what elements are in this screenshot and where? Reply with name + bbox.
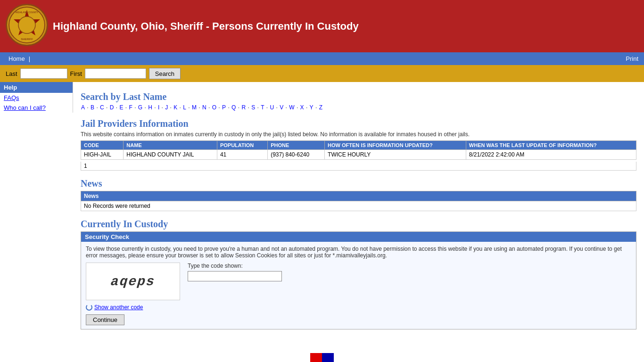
alpha-U[interactable]: U: [270, 104, 274, 111]
alpha-M[interactable]: M: [192, 104, 197, 111]
continue-button[interactable]: Continue: [86, 314, 124, 325]
first-name-input[interactable]: [85, 68, 146, 79]
footer-logo-container: MONTGOMERY COUNTY: [9, 353, 635, 362]
security-check-box: Security Check To view those currently i…: [81, 231, 636, 329]
logo-quad-1: [310, 353, 322, 362]
page-header: SHERIFF HIGHLAND COUNTY Highland County,…: [0, 0, 644, 52]
news-heading: News: [81, 178, 636, 189]
jail-name: HIGHLAND COUNTY JAIL: [124, 150, 217, 160]
alphabet-nav: A · B · C · D · E · F · G · H · I · J · …: [81, 104, 636, 111]
alpha-J[interactable]: J: [165, 104, 168, 111]
nav-bar: Home | Print: [0, 52, 644, 65]
alpha-S[interactable]: S: [251, 104, 255, 111]
alpha-X[interactable]: X: [300, 104, 304, 111]
alpha-G[interactable]: G: [138, 104, 142, 111]
jail-population: 41: [217, 150, 267, 160]
svg-text:SHERIFF: SHERIFF: [21, 38, 33, 41]
jail-last-update: 8/21/2022 2:42:00 AM: [466, 150, 636, 160]
alpha-W[interactable]: W: [289, 104, 294, 111]
page-footer: MONTGOMERY COUNTY ©2001- 2022 Board of C…: [0, 344, 644, 362]
svg-point-2: [18, 16, 35, 33]
security-check-body: To view those currently in custody, you …: [81, 242, 636, 329]
jail-providers-table: CODE NAME POPULATION PHONE HOW OFTEN IS …: [81, 140, 636, 160]
nav-links: Home |: [6, 54, 31, 63]
jail-providers-description: This website contains information on inm…: [81, 131, 636, 138]
alpha-K[interactable]: K: [173, 104, 177, 111]
alpha-N[interactable]: N: [202, 104, 206, 111]
alpha-B[interactable]: B: [91, 104, 94, 111]
alpha-O[interactable]: O: [212, 104, 216, 111]
jail-code: HIGH-JAIL: [81, 150, 124, 160]
sidebar-item-who-can-i-call[interactable]: Who can I call?: [0, 103, 73, 113]
alpha-I[interactable]: I: [158, 104, 159, 111]
search-by-last-name-heading: Search by Last Name: [81, 91, 636, 102]
col-code: CODE: [81, 141, 124, 150]
alpha-H[interactable]: H: [148, 104, 152, 111]
page-title: Highland County, Ohio, Sheriff - Persons…: [53, 20, 359, 33]
sidebar-item-faqs[interactable]: FAQs: [0, 93, 73, 103]
alpha-F[interactable]: F: [129, 104, 132, 111]
captcha-input-area: Type the code shown:: [188, 263, 282, 281]
news-table-header-row: News: [81, 191, 636, 201]
show-another-code[interactable]: Show another code: [86, 304, 631, 311]
news-table: News No Records were returned: [81, 191, 636, 211]
captcha-image: aqeps: [86, 263, 180, 300]
sidebar-header: Help: [0, 82, 73, 93]
jail-update-freq: TWICE HOURLY: [325, 150, 466, 160]
security-text: To view those currently in custody, you …: [86, 246, 631, 259]
alpha-R[interactable]: R: [241, 104, 246, 111]
alpha-P[interactable]: P: [222, 104, 226, 111]
jail-providers-heading: Jail Providers Information: [81, 118, 636, 129]
security-check-header: Security Check: [81, 232, 636, 242]
alpha-Z[interactable]: Z: [319, 104, 322, 111]
col-population: POPULATION: [217, 141, 267, 150]
alpha-D[interactable]: D: [110, 104, 114, 111]
refresh-icon: [86, 304, 92, 311]
alpha-V[interactable]: V: [280, 104, 283, 111]
main-content: Search by Last Name A · B · C · D · E · …: [73, 82, 644, 334]
table-row: HIGH-JAIL HIGHLAND COUNTY JAIL 41 (937) …: [81, 150, 636, 160]
news-table-body-row: No Records were returned: [81, 201, 636, 211]
currently-in-custody-heading: Currently In Custody: [81, 219, 636, 230]
alpha-Y[interactable]: Y: [310, 104, 314, 111]
col-last-update: WHEN WAS THE LAST UPDATE OF INFORMATION?: [466, 141, 636, 150]
first-label: First: [70, 70, 82, 77]
alpha-L[interactable]: L: [183, 104, 186, 111]
news-no-records: No Records were returned: [81, 201, 636, 211]
col-update-freq: HOW OFTEN IS INFORMATION UPDATED?: [325, 141, 466, 150]
alpha-A[interactable]: A: [81, 104, 85, 111]
home-link[interactable]: Home: [6, 54, 28, 63]
search-bar: Last First Search: [0, 65, 644, 82]
nav-separator: |: [29, 55, 30, 62]
logo-quad-2: [322, 353, 334, 362]
sidebar: Help FAQs Who can I call?: [0, 82, 73, 113]
captcha-label: Type the code shown:: [188, 263, 282, 269]
svg-text:HIGHLAND COUNTY: HIGHLAND COUNTY: [16, 11, 39, 14]
sheriff-badge-logo: SHERIFF HIGHLAND COUNTY: [6, 4, 53, 49]
news-table-header: News: [81, 191, 636, 201]
print-link[interactable]: Print: [626, 55, 638, 62]
last-name-input[interactable]: [20, 68, 67, 79]
alpha-E[interactable]: E: [119, 104, 123, 111]
col-name: NAME: [124, 141, 217, 150]
alpha-C[interactable]: C: [100, 104, 104, 111]
last-label: Last: [6, 70, 17, 77]
jail-phone: (937) 840-6240: [268, 150, 325, 160]
montgomery-county-logo: [310, 353, 334, 362]
alpha-T[interactable]: T: [261, 104, 264, 111]
captcha-area: aqeps Type the code shown:: [86, 263, 631, 300]
main-layout: Help FAQs Who can I call? Search by Last…: [0, 82, 644, 334]
search-button[interactable]: Search: [149, 68, 181, 79]
captcha-input[interactable]: [188, 271, 282, 281]
table-footer: 1: [81, 162, 636, 171]
col-phone: PHONE: [268, 141, 325, 150]
alpha-Q[interactable]: Q: [231, 104, 236, 111]
